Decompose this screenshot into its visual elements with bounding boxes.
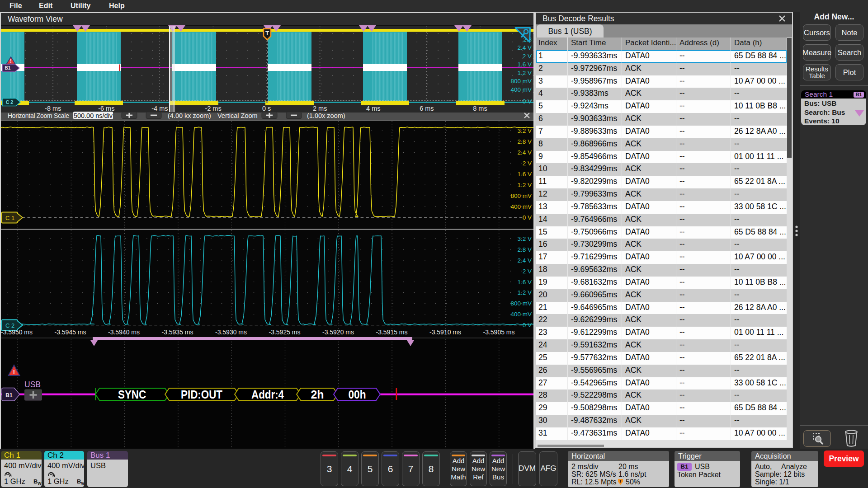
svg-text:2.8 V: 2.8 V	[517, 138, 532, 145]
svg-text:800 mV: 800 mV	[510, 78, 532, 84]
svg-text:B1: B1	[5, 66, 11, 70]
svg-text:1.2 V: 1.2 V	[517, 70, 532, 76]
svg-text:-3.5935 ms: -3.5935 ms	[161, 328, 193, 336]
svg-text:1.6 V: 1.6 V	[517, 61, 532, 68]
svg-text:B1: B1	[5, 392, 13, 399]
svg-text:-2 ms: -2 ms	[205, 105, 221, 112]
svg-text:400 mV: 400 mV	[510, 311, 532, 318]
svg-text:C 2: C 2	[5, 322, 14, 329]
svg-text:1.2 V: 1.2 V	[517, 289, 532, 296]
svg-text:800 mV: 800 mV	[510, 300, 532, 307]
svg-text:1.2 V: 1.2 V	[517, 182, 532, 188]
svg-text:-6 ms: -6 ms	[98, 105, 114, 112]
svg-text:-3.5930 ms: -3.5930 ms	[215, 328, 247, 336]
svg-text:PID:OUT: PID:OUT	[181, 388, 222, 401]
svg-text:-3.5910 ms: -3.5910 ms	[429, 328, 461, 336]
svg-text:1.6 V: 1.6 V	[517, 171, 532, 178]
svg-text:T: T	[265, 30, 269, 37]
svg-text:!: !	[10, 59, 11, 64]
svg-text:-3.5945 ms: -3.5945 ms	[54, 328, 86, 336]
svg-text:500.00 ns/div: 500.00 ns/div	[74, 112, 113, 119]
svg-text:2.8 V: 2.8 V	[517, 246, 532, 253]
svg-text:-3.5950 ms: -3.5950 ms	[1, 328, 33, 336]
svg-text:C 2: C 2	[6, 99, 14, 105]
svg-text:4 ms: 4 ms	[366, 105, 380, 112]
svg-text:0 V: 0 V	[523, 214, 532, 221]
svg-text:400 mV: 400 mV	[510, 203, 532, 210]
svg-text:-3.5905 ms: -3.5905 ms	[483, 328, 514, 336]
svg-text:2 ms: 2 ms	[313, 105, 327, 112]
svg-text:(1.00x zoom): (1.00x zoom)	[307, 112, 345, 119]
svg-text:C 1: C 1	[5, 215, 14, 221]
svg-text:-3.5920 ms: -3.5920 ms	[322, 328, 354, 336]
svg-text:2 V: 2 V	[523, 268, 532, 275]
svg-text:00h: 00h	[349, 388, 366, 401]
svg-text:3.2 V: 3.2 V	[517, 127, 532, 134]
svg-text:USB: USB	[24, 380, 41, 389]
svg-text:-4 ms: -4 ms	[151, 105, 168, 112]
svg-text:3.2 V: 3.2 V	[517, 235, 532, 242]
svg-text:Horizontal Zoom Scale: Horizontal Zoom Scale	[8, 112, 69, 119]
svg-text:2.4 V: 2.4 V	[517, 149, 532, 156]
svg-text:0 V: 0 V	[523, 98, 532, 105]
svg-text:2.4 V: 2.4 V	[517, 44, 532, 51]
svg-text:1.6 V: 1.6 V	[517, 279, 532, 286]
svg-text:T: T	[619, 479, 622, 483]
svg-text:SYNC: SYNC	[118, 388, 146, 401]
svg-text:-3.5915 ms: -3.5915 ms	[376, 328, 407, 336]
svg-text:-3.5940 ms: -3.5940 ms	[108, 328, 140, 336]
svg-text:Vertical Zoom: Vertical Zoom	[217, 112, 258, 119]
svg-text:8 ms: 8 ms	[473, 105, 487, 112]
svg-text:Addr:4: Addr:4	[251, 388, 284, 401]
svg-text:2.4 V: 2.4 V	[517, 257, 532, 264]
svg-text:400 mV: 400 mV	[510, 86, 532, 93]
svg-text:!: !	[13, 369, 15, 375]
svg-text:-3.5925 ms: -3.5925 ms	[269, 328, 300, 336]
svg-text:2h: 2h	[311, 388, 324, 401]
svg-text:0 V: 0 V	[523, 322, 532, 328]
svg-text:(4.00 kx zoom): (4.00 kx zoom)	[168, 112, 211, 119]
svg-text:6 ms: 6 ms	[420, 105, 434, 112]
svg-text:0 s: 0 s	[262, 105, 271, 112]
svg-text:2 V: 2 V	[523, 160, 532, 167]
svg-text:800 mV: 800 mV	[510, 192, 532, 199]
svg-text:2 V: 2 V	[523, 53, 532, 60]
svg-text:-8 ms: -8 ms	[45, 105, 61, 112]
